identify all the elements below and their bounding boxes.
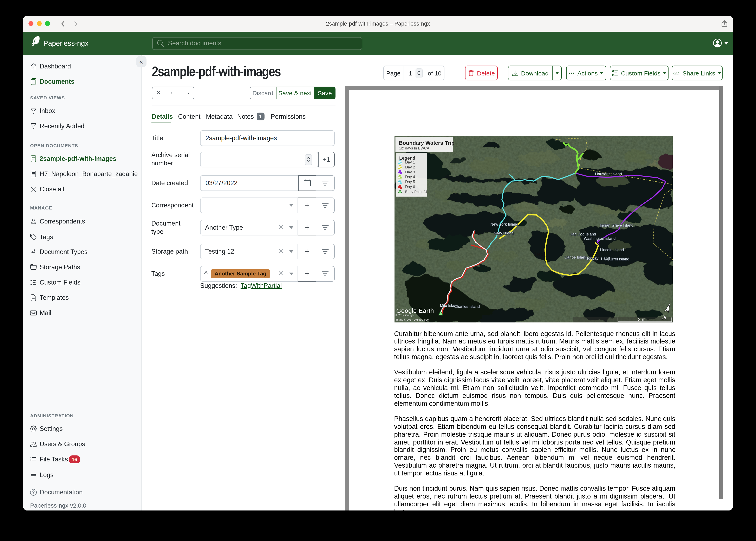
svg-text:Six days in BWCA: Six days in BWCA <box>399 146 429 150</box>
svg-text:Washington Island: Washington Island <box>584 236 615 241</box>
svg-text:Day 3: Day 3 <box>405 170 415 174</box>
svg-text:Indian Grave Island: Indian Grave Island <box>600 223 633 228</box>
svg-text:Charlies Island: Charlies Island <box>454 304 480 308</box>
svg-text:Squirrel Island: Squirrel Island <box>604 257 629 261</box>
svg-text:New York Island: New York Island <box>490 222 518 227</box>
svg-text:Hausons Island: Hausons Island <box>595 172 622 176</box>
svg-text:Day 2: Day 2 <box>405 165 415 169</box>
svg-text:Google Earth: Google Earth <box>396 307 434 314</box>
svg-text:© 2017 Google: © 2017 Google <box>395 313 414 317</box>
svg-text:Entry Point 24: Entry Point 24 <box>405 190 427 194</box>
svg-text:Image © 2017 DigitalGlobe: Image © 2017 DigitalGlobe <box>395 318 429 321</box>
svg-text:N: N <box>661 313 667 321</box>
svg-text:Boundary Waters Trip: Boundary Waters Trip <box>399 140 455 146</box>
svg-text:Half Dog Island: Half Dog Island <box>569 232 596 236</box>
svg-text:Legend: Legend <box>399 156 415 161</box>
svg-text:Gary Island: Gary Island <box>494 231 513 235</box>
svg-text:Lincoln Island: Lincoln Island <box>600 248 624 252</box>
svg-text:Day 5: Day 5 <box>405 180 415 184</box>
svg-text:Day 6: Day 6 <box>405 185 415 189</box>
svg-text:3 mi: 3 mi <box>638 317 646 322</box>
svg-text:Day 1: Day 1 <box>405 160 415 164</box>
svg-text:Day 4: Day 4 <box>405 175 415 179</box>
svg-text:Canoe Island: Canoe Island <box>564 255 587 260</box>
